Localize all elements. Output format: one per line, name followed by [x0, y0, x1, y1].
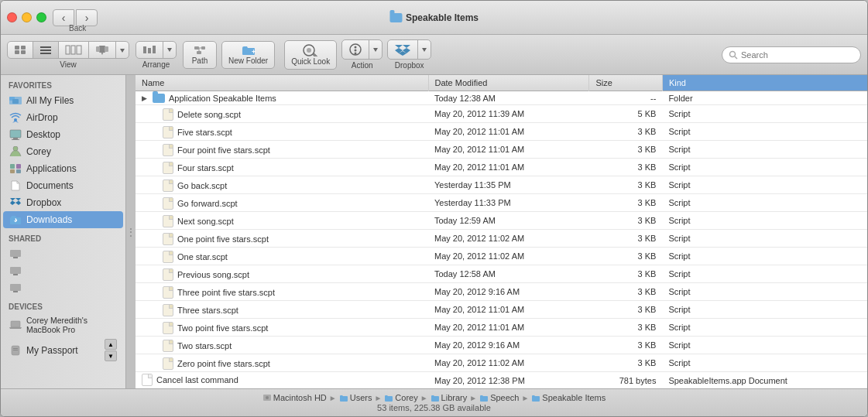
arrange-btn[interactable]	[136, 42, 163, 58]
search-input[interactable]	[741, 50, 854, 60]
sidebar-item-desktop[interactable]: Desktop	[3, 126, 123, 143]
new-folder-label: New Folder	[228, 56, 268, 65]
script-icon	[163, 251, 173, 263]
table-row[interactable]: Five stars.scptMay 20, 2012 11:01 AM3 KB…	[136, 123, 867, 141]
column-view-btn[interactable]	[59, 42, 89, 58]
action-btn[interactable]	[342, 40, 369, 59]
sidebar-item-dropbox[interactable]: Dropbox	[3, 194, 123, 211]
list-view-btn[interactable]	[33, 42, 59, 58]
table-row[interactable]: ▶Application Speakable ItemsToday 12:38 …	[136, 91, 867, 105]
table-row[interactable]: Delete song.scptMay 20, 2012 11:39 AM5 K…	[136, 105, 867, 123]
sidebar-item-airdrop[interactable]: AirDrop	[3, 109, 123, 126]
table-row[interactable]: Four stars.scptMay 20, 2012 11:01 AM3 KB…	[136, 159, 867, 176]
file-name-cell: Cancel last command	[136, 372, 428, 389]
table-row[interactable]: Cancel last commandMay 20, 2012 12:38 PM…	[136, 372, 867, 389]
file-size: 5 KB	[589, 105, 663, 123]
svg-rect-56	[11, 321, 20, 327]
table-row[interactable]: Two stars.scptMay 20, 2012 9:16 AM3 KBSc…	[136, 337, 867, 354]
table-row[interactable]: One star.scptMay 20, 2012 11:02 AM3 KBSc…	[136, 248, 867, 265]
svg-rect-17	[153, 46, 156, 53]
coverflow-view-btn[interactable]: ▼	[89, 42, 116, 58]
file-icon-wrapper: Next song.scpt	[142, 215, 234, 227]
file-name-cell: Three point five stars.scpt	[136, 283, 428, 301]
table-row[interactable]: Go back.scptYesterday 11:35 PM3 KBScript	[136, 176, 867, 194]
file-size: 3 KB	[589, 265, 663, 283]
file-name: Cancel last command	[156, 375, 238, 385]
table-row[interactable]: Two point five stars.scptMay 20, 2012 11…	[136, 319, 867, 337]
action-dropdown-btn[interactable]	[369, 40, 382, 59]
sidebar-item-shared-2[interactable]	[3, 262, 123, 279]
close-button[interactable]	[7, 12, 17, 22]
svg-text:▼: ▼	[101, 51, 105, 55]
svg-rect-58	[13, 348, 18, 349]
sidebar-item-all-my-files[interactable]: All My Files	[3, 92, 123, 109]
sidebar-item-applications[interactable]: Applications	[3, 160, 123, 177]
sidebar-item-label: Desktop	[26, 129, 60, 140]
maximize-button[interactable]	[36, 12, 46, 22]
table-row[interactable]: Four point five stars.scptMay 20, 2012 1…	[136, 141, 867, 159]
file-name: One point five stars.scpt	[177, 234, 269, 244]
sidebar-item-mypassport[interactable]: My Passport ▲ ▼	[3, 337, 123, 364]
window-title: Speakable Items	[389, 12, 479, 23]
minimize-button[interactable]	[22, 12, 32, 22]
disclosure-triangle[interactable]: ▶	[142, 94, 147, 102]
file-kind: Script	[662, 301, 867, 319]
sidebar-item-downloads[interactable]: Downloads	[3, 211, 123, 228]
view-group: ▼ View	[7, 41, 129, 69]
breadcrumb-speakable-items[interactable]: Speakable Items	[531, 393, 606, 402]
sidebar-item-documents[interactable]: Documents	[3, 177, 123, 194]
view-dropdown-btn[interactable]	[116, 42, 129, 58]
breadcrumb-hd[interactable]: Macintosh HD	[262, 393, 327, 402]
col-name[interactable]: Name	[136, 75, 428, 91]
col-size[interactable]: Size	[589, 75, 663, 91]
table-row[interactable]: Zero point five stars.scptMay 20, 2012 1…	[136, 354, 867, 372]
documents-icon	[9, 179, 22, 192]
new-folder-btn[interactable]: + New Folder	[221, 41, 275, 69]
sidebar-item-macbook[interactable]: Corey Meredith's MacBook Pro	[3, 313, 123, 337]
dropbox-btn[interactable]	[388, 40, 418, 59]
dropbox-dropdown-btn[interactable]	[418, 40, 431, 59]
table-row[interactable]: One point five stars.scptMay 20, 2012 11…	[136, 230, 867, 248]
icon-view-btn[interactable]	[8, 42, 33, 58]
sidebar-item-shared-3[interactable]	[3, 279, 123, 296]
svg-rect-43	[12, 139, 19, 140]
col-kind[interactable]: Kind	[662, 75, 867, 91]
svg-text:+: +	[252, 48, 256, 56]
search-box	[722, 46, 861, 63]
window-controls	[7, 12, 46, 22]
svg-rect-6	[40, 53, 51, 54]
sidebar-item-label: All My Files	[26, 95, 74, 106]
svg-point-39	[14, 118, 17, 121]
scroll-up-btn[interactable]: ▲	[105, 339, 117, 350]
breadcrumb-users[interactable]: Users	[339, 393, 372, 402]
table-row[interactable]: Next song.scptToday 12:59 AM3 KBScript	[136, 212, 867, 230]
file-icon-wrapper: One point five stars.scpt	[142, 233, 269, 245]
quick-look-icon-area	[302, 44, 319, 56]
script-icon	[163, 108, 173, 121]
title-folder-icon	[389, 13, 402, 22]
breadcrumb-library[interactable]: Library	[431, 393, 468, 402]
table-row[interactable]: Three stars.scptMay 20, 2012 11:01 AM3 K…	[136, 301, 867, 319]
sidebar-resize-handle[interactable]	[126, 75, 136, 388]
quick-look-btn[interactable]: Quick Look	[284, 40, 337, 70]
table-row[interactable]: Go forward.scptYesterday 11:33 PM3 KBScr…	[136, 194, 867, 212]
sidebar-item-shared-1[interactable]	[3, 245, 123, 262]
sidebar-item-corey[interactable]: Corey	[3, 143, 123, 160]
folder-icon	[531, 394, 540, 402]
table-row[interactable]: Three point five stars.scptMay 20, 2012 …	[136, 283, 867, 301]
table-row[interactable]: Previous song.scptToday 12:58 AM3 KBScri…	[136, 265, 867, 283]
svg-rect-45	[10, 164, 15, 169]
breadcrumb-speech[interactable]: Speech	[479, 393, 519, 402]
path-btn[interactable]: Path	[183, 41, 217, 69]
col-date[interactable]: Date Modified	[428, 75, 589, 91]
scroll-down-btn[interactable]: ▼	[105, 350, 117, 361]
search-icon	[729, 50, 738, 60]
file-name-cell: One star.scpt	[136, 248, 428, 265]
svg-rect-52	[10, 267, 21, 274]
arrange-dropdown-btn[interactable]	[163, 42, 176, 58]
arrange-group: Arrange	[136, 41, 177, 69]
file-icon-wrapper: Go back.scpt	[142, 179, 227, 192]
file-name-cell: Five stars.scpt	[136, 123, 428, 141]
view-btn-group: ▼	[7, 41, 129, 59]
breadcrumb-corey[interactable]: Corey	[384, 393, 417, 402]
